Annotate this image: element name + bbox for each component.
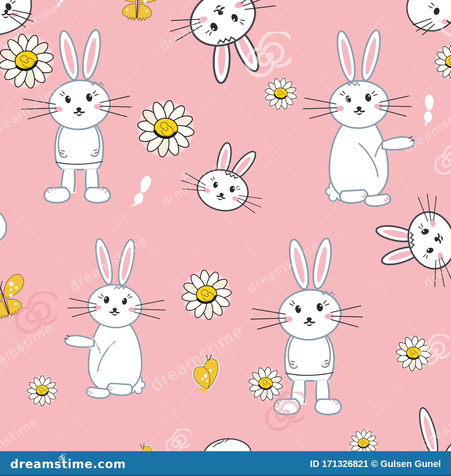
watermark-spiral-icon (164, 429, 191, 451)
bunny-head-sideways (370, 197, 451, 289)
bunny-head-partial-bottom-center (204, 437, 253, 451)
daisy (348, 429, 379, 451)
daisy (392, 333, 435, 374)
yellow-butterfly-top-view (107, 0, 168, 27)
dreamstime-logo: dreamstime.com (10, 451, 126, 476)
yellow-butterfly-side-view (117, 433, 173, 451)
yellow-butterfly-top-view (0, 269, 38, 330)
bunny-head-partial-left-edge (0, 210, 10, 243)
watermark-spiral-icon (180, 170, 190, 180)
daisy (244, 362, 288, 405)
daisy (177, 266, 236, 324)
bunny-front-standing (28, 26, 127, 203)
white-butterfly (126, 170, 157, 211)
watermark-text: dreamstime (0, 414, 41, 451)
bunny-head-partial-bottom-right (409, 399, 451, 451)
daisy (434, 43, 451, 81)
watermark-footer-bar: dreamstime.com ID 171326821 © Gulsen Gun… (0, 451, 451, 476)
yellow-butterfly-side-view (183, 349, 231, 394)
bunny-back-view-mirrored (64, 222, 166, 411)
watermark-spiral-icon (432, 145, 451, 177)
logo-spiral-icon (58, 454, 66, 461)
pattern-background: dreamstime dreamstime dreamstime dreamst… (0, 0, 451, 451)
daisy (25, 375, 59, 407)
stock-image-canvas: dreamstime dreamstime dreamstime dreamst… (0, 0, 451, 476)
white-butterfly (411, 89, 445, 130)
watermark-text: dreamstime (0, 320, 57, 382)
daisy (130, 94, 202, 163)
image-credit: ID 171326821 © Gulsen Gunel (310, 451, 441, 476)
daisy (260, 73, 302, 114)
bunny-back-view (302, 23, 415, 209)
